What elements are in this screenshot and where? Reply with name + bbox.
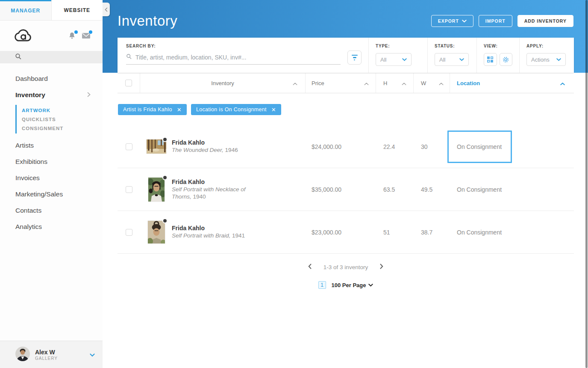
row-checkbox[interactable] bbox=[126, 229, 132, 236]
workspace-tabs: MANAGER WEBSITE bbox=[0, 0, 103, 21]
filter-chip-location[interactable]: Location is On Consignment ✕ bbox=[191, 104, 281, 115]
row-checkbox[interactable] bbox=[126, 143, 132, 150]
artwork-location: On Consignment bbox=[450, 229, 574, 236]
sidebar: MANAGER WEBSITE bbox=[0, 0, 103, 368]
column-header-h[interactable]: H bbox=[376, 73, 414, 93]
pagination-range: 1-3 of 3 inventory bbox=[323, 264, 368, 270]
sidebar-collapse-button[interactable] bbox=[103, 3, 110, 16]
view-label: VIEW: bbox=[484, 44, 512, 48]
search-input[interactable] bbox=[135, 54, 341, 61]
inventory-table-body: Frida Kahlo The Wounded Deer, 1946 $24,0… bbox=[118, 125, 574, 254]
artwork-width: 30 bbox=[414, 143, 450, 150]
artwork-artist: Frida Kahlo bbox=[172, 178, 264, 185]
artwork-thumbnail[interactable] bbox=[147, 139, 166, 154]
per-page-select[interactable]: 100 Per Page bbox=[332, 282, 373, 288]
table-row[interactable]: Frida Kahlo Self Portrait with Necklace … bbox=[118, 168, 574, 211]
sidebar-item-inventory[interactable]: Inventory bbox=[0, 87, 103, 103]
user-menu[interactable]: Alex W GALLERY bbox=[0, 341, 103, 368]
sidebar-item-marketing-sales[interactable]: Marketing/Sales bbox=[0, 186, 103, 202]
page-scrollbar[interactable] bbox=[585, 0, 588, 368]
apply-label: APPLY: bbox=[526, 44, 567, 48]
artcloud-logo[interactable] bbox=[13, 27, 32, 46]
status-dot bbox=[162, 137, 168, 142]
artwork-height: 63.5 bbox=[376, 186, 414, 193]
add-inventory-button[interactable]: ADD INVENTORY bbox=[517, 15, 573, 27]
table-row[interactable]: Frida Kahlo The Wounded Deer, 1946 $24,0… bbox=[118, 125, 574, 168]
page-title: Inventory bbox=[118, 13, 177, 29]
submenu-item-artwork[interactable]: ARTWORK bbox=[22, 106, 103, 115]
artwork-height: 22.4 bbox=[376, 143, 414, 150]
main-area: Inventory EXPORT IMPORT ADD INVENTORY SE… bbox=[103, 0, 588, 368]
sort-arrow-icon bbox=[439, 80, 444, 86]
sort-arrow-icon bbox=[293, 80, 297, 86]
search-icon bbox=[126, 53, 132, 61]
page-number-button[interactable]: 1 bbox=[318, 281, 326, 289]
avatar bbox=[15, 347, 30, 363]
artwork-title: The Wounded Deer, 1946 bbox=[172, 147, 238, 154]
filter-chip-artist[interactable]: Artist is Frida Kahlo ✕ bbox=[118, 104, 187, 115]
artwork-price: $23,000.00 bbox=[306, 229, 376, 236]
artwork-price: $35,000.00 bbox=[306, 186, 376, 193]
sidebar-search[interactable] bbox=[0, 51, 103, 63]
artwork-thumbnail[interactable] bbox=[147, 221, 166, 243]
pagination-next-icon[interactable] bbox=[380, 263, 383, 271]
view-settings-gear-button[interactable] bbox=[500, 53, 513, 66]
artwork-height: 51 bbox=[376, 229, 414, 236]
pagination: 1-3 of 3 inventory bbox=[118, 263, 574, 271]
sidebar-item-artists[interactable]: Artists bbox=[0, 137, 103, 154]
notifications-bell-icon[interactable] bbox=[68, 32, 76, 42]
artwork-artist: Frida Kahlo bbox=[172, 139, 238, 146]
advanced-filter-button[interactable] bbox=[347, 50, 362, 65]
user-name: Alex W bbox=[35, 349, 58, 356]
remove-filter-icon[interactable]: ✕ bbox=[177, 107, 182, 113]
sidebar-item-dashboard[interactable]: Dashboard bbox=[0, 71, 103, 87]
artwork-thumbnail[interactable] bbox=[147, 178, 166, 202]
table-row[interactable]: Frida Kahlo Self Portrait with Braid, 19… bbox=[118, 211, 574, 254]
messages-icon[interactable] bbox=[82, 32, 91, 42]
column-header-location[interactable]: Location bbox=[450, 73, 574, 93]
import-button[interactable]: IMPORT bbox=[479, 15, 512, 27]
search-by-label: SEARCH BY: bbox=[126, 44, 362, 48]
remove-filter-icon[interactable]: ✕ bbox=[271, 107, 276, 113]
artwork-location: On Consignment bbox=[450, 186, 574, 193]
inventory-submenu: ARTWORK QUICKLISTS CONSIGNMENT bbox=[15, 105, 103, 134]
actions-select[interactable]: Actions bbox=[526, 53, 566, 66]
type-label: TYPE: bbox=[376, 44, 420, 48]
search-icon bbox=[15, 53, 22, 62]
artwork-artist: Frida Kahlo bbox=[172, 225, 245, 231]
sidebar-item-exhibitions[interactable]: Exhibitions bbox=[0, 154, 103, 170]
artwork-price: $24,000.00 bbox=[306, 143, 376, 150]
status-label: STATUS: bbox=[435, 44, 470, 48]
tab-website[interactable]: WEBSITE bbox=[51, 0, 103, 20]
submenu-item-consignment[interactable]: CONSIGNMENT bbox=[22, 124, 103, 133]
sort-arrow-icon-active bbox=[560, 80, 565, 86]
column-header-price[interactable]: Price bbox=[306, 73, 376, 93]
pagination-prev-icon[interactable] bbox=[308, 263, 312, 271]
sidebar-item-contacts[interactable]: Contacts bbox=[0, 202, 103, 219]
export-button[interactable]: EXPORT bbox=[431, 15, 473, 27]
chevron-down-icon bbox=[90, 351, 95, 359]
tab-manager[interactable]: MANAGER bbox=[0, 0, 51, 20]
notification-dot bbox=[74, 30, 78, 34]
submenu-item-quicklists[interactable]: QUICKLISTS bbox=[22, 115, 103, 124]
sort-arrow-icon bbox=[402, 80, 406, 86]
user-role: GALLERY bbox=[35, 356, 58, 361]
column-header-w[interactable]: W bbox=[414, 73, 450, 93]
artwork-location: On Consignment bbox=[450, 143, 574, 150]
artwork-width: 49.5 bbox=[414, 186, 450, 193]
column-header-inventory[interactable]: Inventory bbox=[140, 73, 306, 93]
filter-panel: SEARCH BY: bbox=[118, 38, 574, 73]
type-select[interactable]: All bbox=[376, 53, 412, 66]
sidebar-item-invoices[interactable]: Invoices bbox=[0, 170, 103, 186]
artwork-title: Self Portrait with Necklace of Thorns, 1… bbox=[172, 186, 264, 201]
message-dot bbox=[89, 30, 92, 34]
status-select[interactable]: All bbox=[435, 53, 469, 66]
status-dot bbox=[162, 218, 168, 223]
artwork-title: Self Portrait with Braid, 1941 bbox=[172, 232, 245, 240]
status-dot bbox=[162, 175, 168, 180]
grid-view-button[interactable] bbox=[484, 53, 497, 66]
select-all-checkbox[interactable] bbox=[125, 80, 132, 86]
table-header: Inventory Price H bbox=[118, 73, 574, 93]
row-checkbox[interactable] bbox=[126, 186, 132, 193]
sidebar-item-analytics[interactable]: Analytics bbox=[0, 219, 103, 235]
